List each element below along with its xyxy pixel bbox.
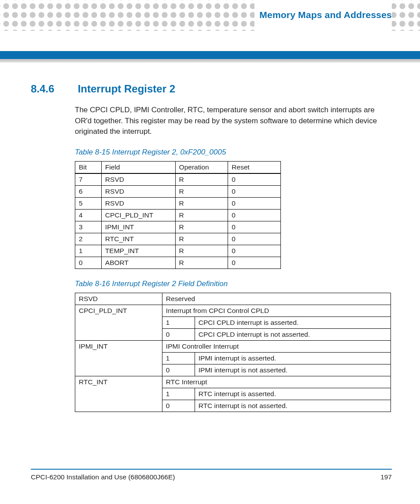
section-heading: 8.4.6 Interrupt Register 2 [31,83,392,95]
field-value: 1 [162,352,195,364]
table-row: RTC_INT RTC Interrupt [75,376,391,388]
field-value: 0 [162,328,195,340]
table-row: 4CPCI_PLD_INTR0 [75,209,281,221]
field-name: IPMI_INT [75,340,162,376]
field-value: 1 [162,316,195,328]
table-row: RSVD Reserved [75,293,391,305]
col-bit: Bit [75,161,102,173]
table-row: 0ABORTR0 [75,257,281,269]
table-row: 2RTC_INTR0 [75,233,281,245]
page-footer: CPCI-6200 Installation and Use (6806800J… [31,469,392,481]
field-meaning: RTC interrupt is not asserted. [195,400,391,412]
footer-page-number: 197 [380,473,392,481]
table-row: 5RSVDR0 [75,197,281,209]
field-meaning: CPCI CPLD interrupt is not asserted. [195,328,391,340]
col-operation: Operation [175,161,228,173]
section-paragraph: The CPCI CPLD, IPMI Controller, RTC, tem… [75,105,392,137]
table2-caption: Table 8-16 Interrupt Register 2 Field De… [75,280,392,288]
table-row: 6RSVDR0 [75,185,281,197]
field-definition-table: RSVD Reserved CPCI_PLD_INT Interrupt fro… [75,293,391,412]
field-name: CPCI_PLD_INT [75,305,162,340]
field-value: 0 [162,364,195,376]
field-name: RTC_INT [75,376,162,412]
col-reset: Reset [228,161,281,173]
footer-doc-id: CPCI-6200 Installation and Use (6806800J… [31,473,175,481]
table-row: 3IPMI_INTR0 [75,221,281,233]
field-meaning: RTC interrupt is asserted. [195,388,391,400]
col-field: Field [101,161,175,173]
field-desc: IPMI Controller Interrupt [162,340,391,352]
field-meaning: IPMI interrupt is not asserted. [195,364,391,376]
table-header-row: Bit Field Operation Reset [75,161,281,173]
field-meaning: CPCI CPLD interrupt is asserted. [195,316,391,328]
field-name: RSVD [75,293,162,305]
field-value: 0 [162,400,195,412]
field-value: 1 [162,388,195,400]
table-row: CPCI_PLD_INT Interrupt from CPCI Control… [75,305,391,316]
header-blue-bar [0,51,420,59]
field-desc: Interrupt from CPCI Control CPLD [162,305,391,316]
header-grey-bar [0,59,420,63]
register-table: Bit Field Operation Reset 7RSVDR0 6RSVDR… [75,161,281,269]
table-row: 1TEMP_INTR0 [75,245,281,257]
running-head: Memory Maps and Addresses [254,10,392,20]
field-desc: Reserved [162,293,391,305]
field-desc: RTC Interrupt [162,376,391,388]
section-number: 8.4.6 [31,83,75,95]
section-title: Interrupt Register 2 [78,83,175,95]
table1-caption: Table 8-15 Interrupt Register 2, 0xF200_… [75,148,392,157]
field-meaning: IPMI interrupt is asserted. [195,352,391,364]
table-row: 7RSVDR0 [75,173,281,186]
table-row: IPMI_INT IPMI Controller Interrupt [75,340,391,352]
